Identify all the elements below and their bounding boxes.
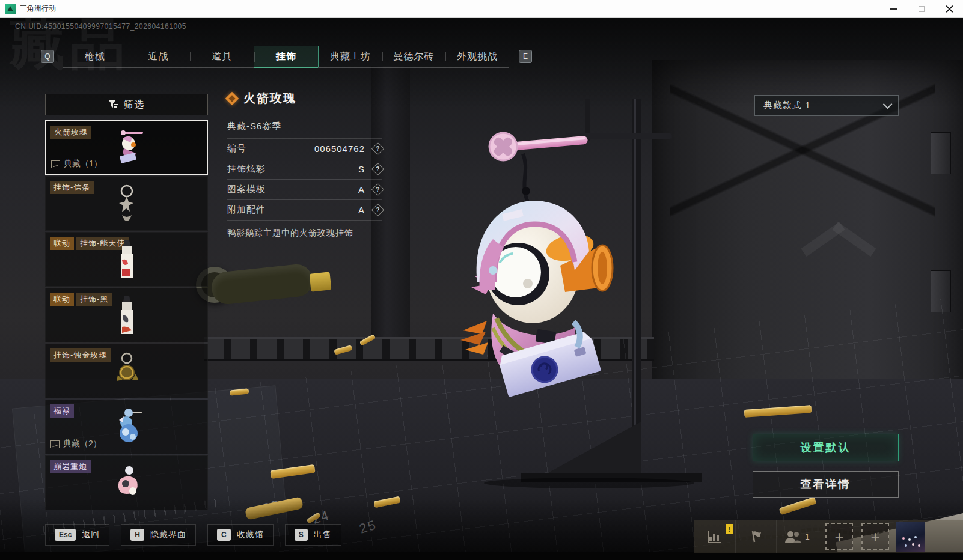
tab-mandel-brick[interactable]: 曼德尔砖 bbox=[382, 46, 446, 67]
charm-detail-panel: 火箭玫瑰 典藏-S6赛季 编号 006504762 ? 挂饰炫彩 S ? 图案模… bbox=[227, 90, 382, 239]
item-name-badge: 挂饰-黑 bbox=[76, 293, 112, 306]
tab-guns[interactable]: 枪械 bbox=[63, 46, 127, 67]
item-name-badge: 挂饰-信条 bbox=[50, 181, 94, 194]
rarity-diamond-icon bbox=[225, 91, 239, 105]
team-count: 1 bbox=[805, 532, 810, 541]
minimize-icon bbox=[890, 8, 897, 10]
item-name-badge: 火箭玫瑰 bbox=[50, 126, 91, 139]
collection-count: 典藏（1） bbox=[64, 159, 102, 169]
hotkey-sell[interactable]: S 出售 bbox=[285, 524, 341, 546]
tab-melee[interactable]: 近战 bbox=[127, 46, 191, 67]
flag-icon bbox=[749, 529, 763, 544]
bar-chart-icon bbox=[707, 529, 723, 544]
bottom-status-bar: ! 1 + + bbox=[694, 520, 963, 553]
collection-style-dropdown[interactable]: 典藏款式 1 bbox=[754, 95, 899, 116]
tab-appearance-challenge[interactable]: 外观挑战 bbox=[445, 46, 509, 67]
item-thumbnail bbox=[114, 239, 140, 281]
item-thumbnail bbox=[109, 352, 144, 391]
hotkey-bar: Esc 返回 H 隐藏界面 C 收藏馆 S 出售 bbox=[45, 524, 341, 546]
item-name-badge: 福禄 bbox=[50, 404, 74, 418]
dropdown-value: 典藏款式 1 bbox=[763, 100, 811, 111]
list-item-etched-gold-rose-charm[interactable]: 挂饰-蚀金玫瑰 bbox=[45, 344, 208, 398]
bottom-letterbox bbox=[0, 552, 963, 560]
list-item-fulu-charm[interactable]: 福禄 典藏（2） bbox=[45, 400, 208, 454]
esc-keycap: Esc bbox=[55, 529, 76, 541]
charm-title: 火箭玫瑰 bbox=[243, 90, 296, 106]
item-name-badge: 崩岩重炮 bbox=[50, 460, 91, 473]
charm-list-sidebar: 筛选 火箭玫瑰 典藏（1） 挂饰-信条 联动 挂饰 bbox=[45, 94, 208, 511]
help-icon[interactable]: ? bbox=[371, 183, 384, 196]
prev-tab-keycap[interactable]: Q bbox=[41, 50, 54, 63]
help-icon[interactable]: ? bbox=[371, 204, 384, 216]
charm-list: 火箭玫瑰 典藏（1） 挂饰-信条 联动 挂饰-能天使 bbox=[45, 120, 208, 510]
collection-frame-icon bbox=[50, 440, 60, 448]
minimize-button[interactable] bbox=[880, 0, 908, 17]
category-tabbar: Q 枪械 近战 道具 挂饰 典藏工坊 曼德尔砖 外观挑战 E bbox=[0, 46, 963, 70]
hotkey-hide-ui[interactable]: H 隐藏界面 bbox=[121, 524, 196, 546]
item-thumbnail bbox=[109, 184, 145, 224]
add-slot-button[interactable]: + bbox=[861, 523, 889, 550]
chevron-down-icon bbox=[883, 100, 893, 109]
help-icon[interactable]: ? bbox=[371, 163, 384, 175]
item-thumbnail bbox=[109, 464, 145, 502]
gas-canister bbox=[210, 263, 314, 305]
maximize-icon bbox=[919, 6, 925, 12]
hotkey-back[interactable]: Esc 返回 bbox=[45, 524, 109, 546]
detail-row-accessory: 附加配件 A ? bbox=[227, 199, 382, 220]
tab-collection-workshop[interactable]: 典藏工坊 bbox=[319, 46, 382, 67]
crate-arrow-mark bbox=[799, 216, 878, 270]
maximize-button[interactable] bbox=[908, 0, 935, 17]
window-title: 三角洲行动 bbox=[20, 4, 56, 14]
c-keycap: C bbox=[217, 529, 231, 541]
season-label: 典藏-S6赛季 bbox=[227, 114, 382, 138]
charm-description: 鸭影鹅踪主题中的火箭玫瑰挂饰 bbox=[227, 220, 382, 239]
player-avatar[interactable] bbox=[896, 522, 925, 552]
detail-row-serial: 编号 006504762 ? bbox=[227, 138, 382, 159]
filter-label: 筛选 bbox=[124, 99, 145, 111]
collection-watermark: 藏品 bbox=[10, 7, 130, 82]
team-icon bbox=[784, 529, 802, 544]
window-titlebar: 三角洲行动 bbox=[0, 0, 963, 18]
gas-canister-cap bbox=[310, 272, 332, 291]
list-item-gundam-angel-charm[interactable]: 联动 挂饰-能天使 bbox=[45, 232, 208, 287]
filter-funnel-icon bbox=[108, 100, 118, 109]
detail-row-pattern: 图案模板 A ? bbox=[227, 179, 382, 199]
linkage-badge: 联动 bbox=[50, 237, 74, 250]
item-name-badge: 挂饰-蚀金玫瑰 bbox=[50, 348, 111, 362]
tab-charms[interactable]: 挂饰 bbox=[254, 46, 319, 67]
help-icon[interactable]: ? bbox=[371, 142, 384, 155]
s-keycap: S bbox=[295, 529, 308, 541]
collection-count: 典藏（2） bbox=[63, 439, 102, 449]
add-slot-button[interactable]: + bbox=[825, 523, 853, 550]
team-button[interactable]: 1 bbox=[776, 520, 817, 553]
crate-hinge bbox=[931, 132, 951, 174]
close-button[interactable] bbox=[935, 0, 963, 17]
view-details-button[interactable]: 查看详情 bbox=[753, 471, 899, 498]
collection-frame-icon bbox=[51, 160, 60, 168]
list-item-creed-charm[interactable]: 挂饰-信条 bbox=[45, 176, 208, 231]
account-uid: CN UID:45301550409997015477_202604161005 bbox=[15, 22, 186, 31]
stats-button[interactable]: ! bbox=[694, 520, 735, 553]
item-thumbnail bbox=[114, 294, 140, 336]
filter-button[interactable]: 筛选 bbox=[45, 94, 208, 115]
charm-display-stand bbox=[445, 72, 703, 493]
next-tab-keycap[interactable]: E bbox=[519, 50, 532, 63]
app-logo-icon bbox=[5, 4, 16, 14]
item-thumbnail bbox=[106, 408, 148, 446]
close-icon bbox=[946, 5, 953, 13]
list-item-rockburst-cannon[interactable]: 崩岩重炮 bbox=[45, 455, 208, 510]
hotkey-collection-hall[interactable]: C 收藏馆 bbox=[207, 524, 274, 546]
set-default-button[interactable]: 设置默认 bbox=[753, 434, 899, 461]
tab-gear[interactable]: 道具 bbox=[190, 46, 254, 67]
report-button[interactable] bbox=[735, 520, 776, 553]
list-item-rocket-rose[interactable]: 火箭玫瑰 典藏（1） bbox=[45, 120, 208, 175]
h-keycap: H bbox=[130, 529, 144, 541]
list-item-black-charm[interactable]: 联动 挂饰-黑 bbox=[45, 288, 208, 342]
alert-badge: ! bbox=[726, 524, 733, 534]
item-thumbnail bbox=[101, 129, 153, 166]
linkage-badge: 联动 bbox=[50, 293, 74, 306]
detail-row-colorway: 挂饰炫彩 S ? bbox=[227, 159, 382, 179]
